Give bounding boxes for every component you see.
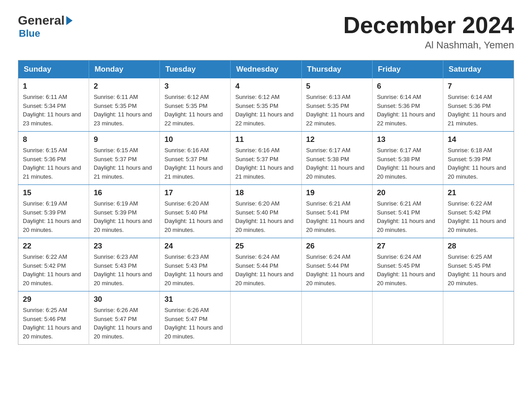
day-info: Sunrise: 6:21 AMSunset: 5:41 PMDaylight:… <box>306 199 368 234</box>
calendar-cell: 22Sunrise: 6:22 AMSunset: 5:42 PMDayligh… <box>18 238 89 291</box>
day-info: Sunrise: 6:23 AMSunset: 5:43 PMDaylight:… <box>94 253 155 287</box>
calendar-cell: 19Sunrise: 6:21 AMSunset: 5:41 PMDayligh… <box>301 185 372 238</box>
day-number: 14 <box>448 135 509 144</box>
day-info: Sunrise: 6:17 AMSunset: 5:38 PMDaylight:… <box>306 146 368 181</box>
calendar-cell: 30Sunrise: 6:26 AMSunset: 5:47 PMDayligh… <box>89 291 160 345</box>
calendar-cell: 24Sunrise: 6:23 AMSunset: 5:43 PMDayligh… <box>160 238 231 291</box>
day-number: 6 <box>377 82 438 91</box>
calendar-cell <box>301 291 372 345</box>
day-number: 8 <box>23 135 84 144</box>
calendar-week-row: 8Sunrise: 6:15 AMSunset: 5:36 PMDaylight… <box>18 132 514 185</box>
calendar-cell: 20Sunrise: 6:21 AMSunset: 5:41 PMDayligh… <box>372 185 443 238</box>
day-info: Sunrise: 6:25 AMSunset: 5:46 PMDaylight:… <box>23 306 84 341</box>
calendar-cell <box>443 291 514 345</box>
day-number: 22 <box>23 242 84 251</box>
day-number: 29 <box>23 295 84 304</box>
day-number: 24 <box>164 242 226 251</box>
calendar-table: SundayMondayTuesdayWednesdayThursdayFrid… <box>18 60 514 345</box>
day-info: Sunrise: 6:16 AMSunset: 5:37 PMDaylight:… <box>164 146 226 181</box>
location-label: Al Nashmah, Yemen <box>343 39 514 51</box>
day-number: 19 <box>306 188 368 197</box>
day-number: 5 <box>306 82 368 91</box>
col-header-saturday: Saturday <box>443 60 514 79</box>
calendar-cell: 10Sunrise: 6:16 AMSunset: 5:37 PMDayligh… <box>160 132 231 185</box>
day-info: Sunrise: 6:20 AMSunset: 5:40 PMDaylight:… <box>235 199 296 234</box>
col-header-friday: Friday <box>372 60 443 79</box>
day-info: Sunrise: 6:19 AMSunset: 5:39 PMDaylight:… <box>94 199 155 234</box>
day-info: Sunrise: 6:18 AMSunset: 5:39 PMDaylight:… <box>448 146 509 181</box>
day-number: 3 <box>164 82 226 91</box>
day-info: Sunrise: 6:15 AMSunset: 5:36 PMDaylight:… <box>23 146 84 181</box>
calendar-week-row: 29Sunrise: 6:25 AMSunset: 5:46 PMDayligh… <box>18 291 514 345</box>
col-header-tuesday: Tuesday <box>160 60 231 79</box>
calendar-cell: 13Sunrise: 6:17 AMSunset: 5:38 PMDayligh… <box>372 132 443 185</box>
day-info: Sunrise: 6:19 AMSunset: 5:39 PMDaylight:… <box>23 199 84 234</box>
day-number: 4 <box>235 82 296 91</box>
calendar-cell <box>231 291 301 345</box>
day-info: Sunrise: 6:24 AMSunset: 5:44 PMDaylight:… <box>306 253 368 287</box>
calendar-week-row: 1Sunrise: 6:11 AMSunset: 5:34 PMDaylight… <box>18 78 514 132</box>
day-number: 28 <box>448 242 509 251</box>
calendar-cell: 29Sunrise: 6:25 AMSunset: 5:46 PMDayligh… <box>18 291 89 345</box>
day-number: 17 <box>164 188 226 197</box>
calendar-week-row: 22Sunrise: 6:22 AMSunset: 5:42 PMDayligh… <box>18 238 514 291</box>
day-number: 11 <box>235 135 296 144</box>
day-info: Sunrise: 6:22 AMSunset: 5:42 PMDaylight:… <box>23 253 84 287</box>
logo-blue-text: Blue <box>19 28 40 39</box>
calendar-cell: 3Sunrise: 6:12 AMSunset: 5:35 PMDaylight… <box>160 78 231 132</box>
calendar-cell: 14Sunrise: 6:18 AMSunset: 5:39 PMDayligh… <box>443 132 514 185</box>
calendar-cell: 9Sunrise: 6:15 AMSunset: 5:37 PMDaylight… <box>89 132 160 185</box>
calendar-cell: 25Sunrise: 6:24 AMSunset: 5:44 PMDayligh… <box>231 238 301 291</box>
day-number: 12 <box>306 135 368 144</box>
day-info: Sunrise: 6:23 AMSunset: 5:43 PMDaylight:… <box>164 253 226 287</box>
day-number: 13 <box>377 135 438 144</box>
day-info: Sunrise: 6:20 AMSunset: 5:40 PMDaylight:… <box>164 199 226 234</box>
day-number: 2 <box>94 82 155 91</box>
calendar-cell: 17Sunrise: 6:20 AMSunset: 5:40 PMDayligh… <box>160 185 231 238</box>
calendar-cell: 26Sunrise: 6:24 AMSunset: 5:44 PMDayligh… <box>301 238 372 291</box>
day-number: 30 <box>94 295 155 304</box>
day-number: 31 <box>164 295 226 304</box>
day-number: 20 <box>377 188 438 197</box>
day-number: 25 <box>235 242 296 251</box>
logo-arrow-icon <box>66 16 73 25</box>
day-info: Sunrise: 6:12 AMSunset: 5:35 PMDaylight:… <box>164 93 226 128</box>
col-header-monday: Monday <box>89 60 160 79</box>
calendar-cell: 11Sunrise: 6:16 AMSunset: 5:37 PMDayligh… <box>231 132 301 185</box>
day-info: Sunrise: 6:16 AMSunset: 5:37 PMDaylight:… <box>235 146 296 181</box>
day-info: Sunrise: 6:11 AMSunset: 5:35 PMDaylight:… <box>94 93 155 128</box>
day-info: Sunrise: 6:15 AMSunset: 5:37 PMDaylight:… <box>94 146 155 181</box>
day-info: Sunrise: 6:25 AMSunset: 5:45 PMDaylight:… <box>448 253 509 287</box>
calendar-cell <box>372 291 443 345</box>
logo: General Blue <box>18 13 73 39</box>
day-number: 27 <box>377 242 438 251</box>
calendar-cell: 21Sunrise: 6:22 AMSunset: 5:42 PMDayligh… <box>443 185 514 238</box>
calendar-cell: 5Sunrise: 6:13 AMSunset: 5:35 PMDaylight… <box>301 78 372 132</box>
calendar-cell: 18Sunrise: 6:20 AMSunset: 5:40 PMDayligh… <box>231 185 301 238</box>
day-info: Sunrise: 6:14 AMSunset: 5:36 PMDaylight:… <box>448 93 509 128</box>
calendar-cell: 6Sunrise: 6:14 AMSunset: 5:36 PMDaylight… <box>372 78 443 132</box>
day-number: 18 <box>235 188 296 197</box>
day-number: 23 <box>94 242 155 251</box>
day-number: 16 <box>94 188 155 197</box>
title-section: December 2024 Al Nashmah, Yemen <box>343 13 514 51</box>
day-number: 7 <box>448 82 509 91</box>
calendar-cell: 7Sunrise: 6:14 AMSunset: 5:36 PMDaylight… <box>443 78 514 132</box>
calendar-cell: 4Sunrise: 6:12 AMSunset: 5:35 PMDaylight… <box>231 78 301 132</box>
day-info: Sunrise: 6:26 AMSunset: 5:47 PMDaylight:… <box>164 306 226 341</box>
calendar-cell: 1Sunrise: 6:11 AMSunset: 5:34 PMDaylight… <box>18 78 89 132</box>
day-info: Sunrise: 6:12 AMSunset: 5:35 PMDaylight:… <box>235 93 296 128</box>
month-title: December 2024 <box>343 13 514 37</box>
page-header: General Blue December 2024 Al Nashmah, Y… <box>18 13 514 51</box>
col-header-thursday: Thursday <box>301 60 372 79</box>
day-info: Sunrise: 6:24 AMSunset: 5:44 PMDaylight:… <box>235 253 296 287</box>
calendar-cell: 8Sunrise: 6:15 AMSunset: 5:36 PMDaylight… <box>18 132 89 185</box>
day-info: Sunrise: 6:17 AMSunset: 5:38 PMDaylight:… <box>377 146 438 181</box>
calendar-cell: 27Sunrise: 6:24 AMSunset: 5:45 PMDayligh… <box>372 238 443 291</box>
calendar-week-row: 15Sunrise: 6:19 AMSunset: 5:39 PMDayligh… <box>18 185 514 238</box>
day-number: 10 <box>164 135 226 144</box>
day-number: 26 <box>306 242 368 251</box>
calendar-cell: 23Sunrise: 6:23 AMSunset: 5:43 PMDayligh… <box>89 238 160 291</box>
day-info: Sunrise: 6:13 AMSunset: 5:35 PMDaylight:… <box>306 93 368 128</box>
day-info: Sunrise: 6:24 AMSunset: 5:45 PMDaylight:… <box>377 253 438 287</box>
